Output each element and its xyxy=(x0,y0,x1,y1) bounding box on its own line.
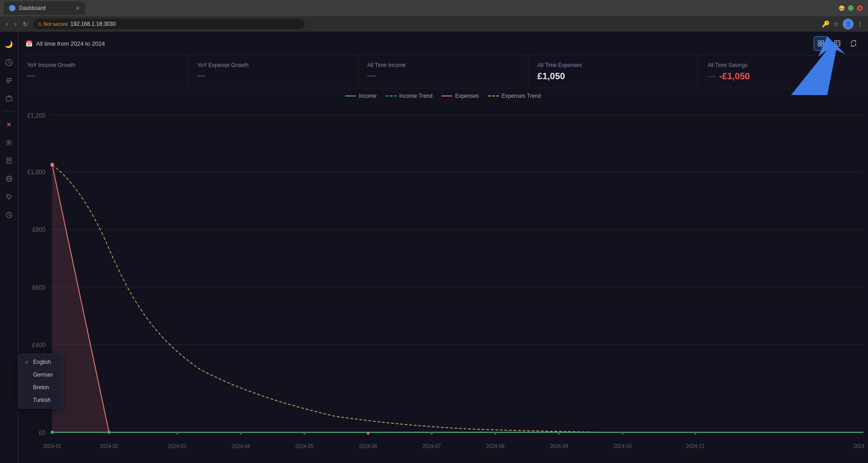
y-label-1000: £1,000 xyxy=(27,168,45,176)
forward-button[interactable]: › xyxy=(13,19,18,29)
x-label-jan: 2024-01 xyxy=(43,443,62,449)
sidebar-item-theme[interactable]: 🌙 xyxy=(2,37,16,52)
browser-tab[interactable]: Dashboard ✕ xyxy=(4,1,85,15)
language-turkish[interactable]: Turkish xyxy=(19,394,63,406)
stat-label-yoy-expense: YoY Expense Growth xyxy=(197,62,349,68)
y-label-1200: £1,200 xyxy=(27,111,45,119)
sidebar-item-close[interactable]: ✕ xyxy=(2,117,16,132)
legend-label-income: Income xyxy=(359,93,376,99)
refresh-button[interactable] xyxy=(846,36,861,51)
legend-label-expenses: Expenses xyxy=(455,93,479,99)
close-window-button[interactable]: ✕ xyxy=(857,5,863,11)
header-actions xyxy=(814,36,861,51)
warning-icon: ⚠ xyxy=(38,21,42,27)
table-view-button[interactable] xyxy=(830,36,844,51)
grid-view-button[interactable] xyxy=(814,36,828,51)
y-label-400: £400 xyxy=(32,341,45,348)
extensions-icon[interactable]: ⋮ xyxy=(857,20,863,28)
x-tick-may xyxy=(303,432,306,434)
stat-value-all-expenses: £1,050 xyxy=(537,71,689,81)
x-label-aug: 2024-08 xyxy=(486,443,505,449)
x-tick-aug xyxy=(494,432,496,434)
legend-line-expenses-trend xyxy=(488,95,499,96)
svg-point-6 xyxy=(8,142,10,144)
x-tick-jul xyxy=(431,432,433,434)
date-range-text: All time from 2024 to 2024 xyxy=(36,40,105,47)
bookmark-icon[interactable]: ☆ xyxy=(833,20,839,28)
sidebar-item-globe[interactable] xyxy=(2,172,16,186)
stat-value-all-income: — xyxy=(367,71,519,81)
language-breton[interactable]: Breton xyxy=(19,381,63,394)
address-bar[interactable]: ⚠ Not secure 192.168.1.18:3030 xyxy=(33,19,305,29)
stat-card-yoy-income: YoY Income Growth — xyxy=(18,56,188,88)
language-turkish-label: Turkish xyxy=(33,397,51,403)
legend-expenses: Expenses xyxy=(441,93,479,99)
legend-line-income-trend xyxy=(386,95,397,96)
calendar-icon: 📅 xyxy=(25,40,33,47)
x-tick-mar xyxy=(176,432,178,434)
stat-value-all-savings: -£1,050 xyxy=(719,71,750,81)
sidebar-divider xyxy=(4,111,14,112)
maximize-button[interactable]: □ xyxy=(848,5,854,11)
minimize-button[interactable]: — xyxy=(839,5,844,11)
tag-icon xyxy=(5,193,13,200)
language-english[interactable]: ✓ English xyxy=(19,356,63,368)
table-icon xyxy=(834,40,841,47)
stat-value-yoy-income: — xyxy=(27,71,179,81)
legend-income-trend: Income Trend xyxy=(386,93,432,99)
refresh-icon xyxy=(850,40,857,47)
svg-rect-3 xyxy=(6,80,12,81)
x-label-may: 2024-05 xyxy=(295,443,314,449)
sidebar-item-clock[interactable] xyxy=(2,208,16,222)
x-tick-sep xyxy=(558,432,560,434)
tab-title: Dashboard xyxy=(19,5,46,11)
stats-row: YoY Income Growth — YoY Expense Growth —… xyxy=(18,56,868,88)
sidebar-item-transactions[interactable] xyxy=(2,73,16,88)
y-label-800: £800 xyxy=(32,225,45,233)
language-german-label: German xyxy=(33,372,53,378)
legend-label-income-trend: Income Trend xyxy=(399,93,432,99)
sidebar-item-reports[interactable] xyxy=(2,153,16,168)
stat-card-all-expenses: All Time Expenses £1,050 xyxy=(528,56,699,88)
globe-icon xyxy=(5,175,13,182)
sidebar-item-tag[interactable] xyxy=(2,190,16,204)
stat-label-all-savings: All Time Savings xyxy=(707,62,859,68)
tab-close-button[interactable]: ✕ xyxy=(76,5,80,11)
stat-value-yoy-expense: — xyxy=(197,71,349,81)
language-german[interactable]: German xyxy=(19,368,63,381)
legend-line-expenses xyxy=(441,95,452,96)
reload-button[interactable]: ↻ xyxy=(21,19,29,29)
sidebar-item-accounts[interactable] xyxy=(2,91,16,106)
transactions-icon xyxy=(5,77,13,84)
settings-icon xyxy=(5,139,13,146)
clock-icon xyxy=(5,211,13,219)
svg-point-10 xyxy=(8,196,9,196)
chart-legend: Income Income Trend Expenses Expenses Tr… xyxy=(18,88,868,102)
y-label-0: £0 xyxy=(39,429,46,436)
x-tick-jun xyxy=(367,432,369,434)
expenses-trend-line xyxy=(52,165,863,432)
svg-rect-12 xyxy=(818,41,820,43)
date-range: 📅 All time from 2024 to 2024 xyxy=(25,40,105,47)
sidebar-item-settings[interactable] xyxy=(2,135,16,150)
not-secure-indicator: ⚠ Not secure xyxy=(38,21,67,27)
legend-line-income xyxy=(345,95,356,96)
svg-rect-16 xyxy=(834,41,840,46)
x-tick-apr xyxy=(240,432,242,434)
legend-expenses-trend: Expenses Trend xyxy=(488,93,541,99)
language-breton-label: Breton xyxy=(33,384,49,391)
x-label-feb: 2024-02 xyxy=(100,443,119,449)
x-label-jul: 2024-07 xyxy=(422,443,441,449)
legend-income: Income xyxy=(345,93,376,99)
svg-rect-2 xyxy=(6,78,12,79)
profile-icon[interactable]: 👤 xyxy=(843,19,854,29)
svg-rect-7 xyxy=(7,158,11,163)
tab-favicon xyxy=(9,5,15,11)
reports-icon xyxy=(5,157,13,164)
password-icon[interactable]: 🔑 xyxy=(822,20,830,28)
back-button[interactable]: ‹ xyxy=(5,19,10,29)
sidebar-item-dashboard[interactable] xyxy=(2,55,16,70)
y-label-600: £600 xyxy=(32,283,45,291)
income-dot-feb xyxy=(108,431,110,434)
x-label-jun: 2024-06 xyxy=(359,443,378,449)
